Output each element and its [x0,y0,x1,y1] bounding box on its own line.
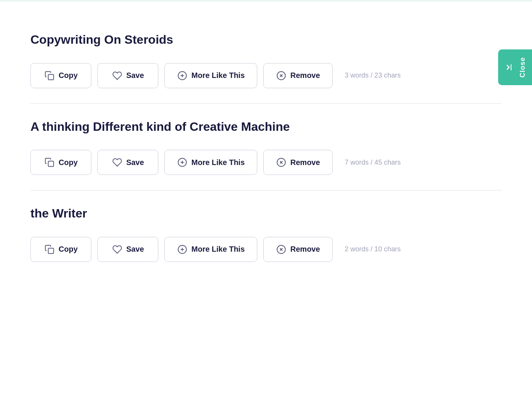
copy-label-1: Copy [59,71,78,80]
result-section-3: the Writer Copy Save [30,190,502,277]
save-button-3[interactable]: Save [97,237,158,262]
heart-icon-1 [112,70,123,81]
action-row-1: Copy Save More Like This [30,63,502,88]
word-count-1: 3 words / 23 chars [345,71,401,79]
save-button-2[interactable]: Save [97,150,158,175]
copy-button-2[interactable]: Copy [30,150,91,175]
plus-circle-icon-3 [177,244,188,255]
word-count-3: 2 words / 10 chars [345,245,401,253]
x-circle-icon-2 [276,157,287,168]
copy-label-2: Copy [59,158,78,167]
remove-label-3: Remove [290,245,320,254]
save-button-1[interactable]: Save [97,63,158,88]
result-section-1: Copywriting On Steroids Copy Save [30,17,502,104]
remove-button-1[interactable]: Remove [263,63,333,88]
copy-label-3: Copy [59,245,78,254]
remove-button-3[interactable]: Remove [263,237,333,262]
copy-button-3[interactable]: Copy [30,237,91,262]
save-label-2: Save [126,158,144,167]
save-label-1: Save [126,71,144,80]
svg-rect-14 [48,248,54,254]
copy-button-1[interactable]: Copy [30,63,91,88]
action-row-3: Copy Save More Like This [30,237,502,262]
sidebar-toggle-icon [503,62,514,73]
main-content: Copywriting On Steroids Copy Save [0,2,532,292]
result-title-1: Copywriting On Steroids [30,32,502,48]
copy-icon-3 [44,244,55,255]
more-like-this-button-1[interactable]: More Like This [164,63,257,88]
svg-rect-7 [48,161,54,167]
remove-label-1: Remove [290,71,320,80]
result-section-2: A thinking Different kind of Creative Ma… [30,104,502,191]
heart-icon-3 [112,244,123,255]
more-like-this-button-3[interactable]: More Like This [164,237,257,262]
copy-icon [44,70,55,81]
result-title-2: A thinking Different kind of Creative Ma… [30,119,502,135]
plus-circle-icon-1 [177,70,188,81]
save-label-3: Save [126,245,144,254]
remove-label-2: Remove [290,158,320,167]
close-sidebar-button[interactable]: Close [498,49,532,85]
plus-circle-icon-2 [177,157,188,168]
svg-rect-0 [48,74,54,79]
action-row-2: Copy Save More Like This [30,150,502,175]
close-sidebar-label: Close [519,57,527,78]
copy-icon-2 [44,157,55,168]
result-title-3: the Writer [30,206,502,222]
more-like-this-label-1: More Like This [191,71,245,80]
more-like-this-button-2[interactable]: More Like This [164,150,257,175]
x-circle-icon-3 [276,244,287,255]
x-circle-icon-1 [276,70,287,81]
more-like-this-label-3: More Like This [191,245,245,254]
remove-button-2[interactable]: Remove [263,150,333,175]
heart-icon-2 [112,157,123,168]
word-count-2: 7 words / 45 chars [345,159,401,167]
more-like-this-label-2: More Like This [191,158,245,167]
